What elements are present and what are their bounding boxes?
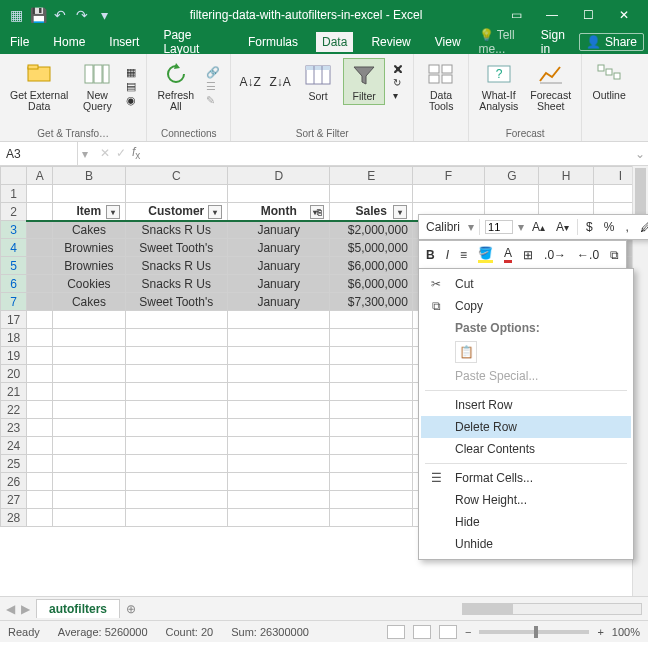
- cell-E23[interactable]: [330, 419, 412, 437]
- cell-B5[interactable]: Brownies: [53, 257, 125, 275]
- format-painter-icon[interactable]: 🖉: [637, 219, 648, 235]
- row-header-6[interactable]: 6: [1, 275, 27, 293]
- minimize-button[interactable]: —: [534, 0, 570, 30]
- ctx-clear-contents[interactable]: Clear Contents: [421, 438, 631, 460]
- cell-A3[interactable]: [27, 221, 53, 239]
- cell-D27[interactable]: [228, 491, 330, 509]
- cell-A26[interactable]: [27, 473, 53, 491]
- header-cell-D[interactable]: Month▾⎘: [228, 203, 330, 221]
- cell-A20[interactable]: [27, 365, 53, 383]
- cell-E18[interactable]: [330, 329, 412, 347]
- sort-asc-button[interactable]: A↓Z: [237, 71, 263, 93]
- maximize-button[interactable]: ☐: [570, 0, 606, 30]
- comma-format-icon[interactable]: ,: [622, 219, 631, 235]
- cell-B1[interactable]: [53, 185, 125, 203]
- sort-desc-button[interactable]: Z↓A: [267, 71, 293, 93]
- share-button[interactable]: 👤 Share: [579, 33, 644, 51]
- row-header-23[interactable]: 23: [1, 419, 27, 437]
- align-center-icon[interactable]: ≡: [457, 247, 470, 263]
- data-tools-button[interactable]: Data Tools: [420, 58, 462, 114]
- tab-home[interactable]: Home: [47, 32, 91, 52]
- cell-E27[interactable]: [330, 491, 412, 509]
- row-header-21[interactable]: 21: [1, 383, 27, 401]
- ctx-row-height[interactable]: Row Height...: [421, 489, 631, 511]
- cell-C28[interactable]: [125, 509, 227, 527]
- name-box-dropdown-icon[interactable]: ▾: [78, 147, 92, 161]
- cell-B4[interactable]: Brownies: [53, 239, 125, 257]
- cell-E19[interactable]: [330, 347, 412, 365]
- cell-E7[interactable]: $7,300,000: [330, 293, 412, 311]
- horizontal-scrollbar[interactable]: [462, 603, 642, 615]
- row-header-22[interactable]: 22: [1, 401, 27, 419]
- ctx-insert-row[interactable]: Insert Row: [421, 394, 631, 416]
- row-header-27[interactable]: 27: [1, 491, 27, 509]
- row-header-25[interactable]: 25: [1, 455, 27, 473]
- cell-D24[interactable]: [228, 437, 330, 455]
- cell-H1[interactable]: [539, 185, 593, 203]
- cell-C1[interactable]: [125, 185, 227, 203]
- increase-decimal-icon[interactable]: ←.0: [574, 247, 602, 263]
- ctx-format-cells[interactable]: ☰Format Cells...: [421, 467, 631, 489]
- cell-C18[interactable]: [125, 329, 227, 347]
- row-header-26[interactable]: 26: [1, 473, 27, 491]
- new-query-button[interactable]: New Query: [76, 58, 118, 114]
- cell-A25[interactable]: [27, 455, 53, 473]
- cell-A18[interactable]: [27, 329, 53, 347]
- cell-D3[interactable]: January: [228, 221, 330, 239]
- cell-A24[interactable]: [27, 437, 53, 455]
- cell-B23[interactable]: [53, 419, 125, 437]
- decrease-font-icon[interactable]: A▾: [553, 219, 572, 235]
- cell-A19[interactable]: [27, 347, 53, 365]
- row-header-5[interactable]: 5: [1, 257, 27, 275]
- undo-icon[interactable]: ↶: [50, 5, 70, 25]
- cell-A28[interactable]: [27, 509, 53, 527]
- bold-icon[interactable]: B: [423, 247, 438, 263]
- cell-C24[interactable]: [125, 437, 227, 455]
- cell-D25[interactable]: [228, 455, 330, 473]
- header-cell-C[interactable]: Customer▾: [125, 203, 227, 221]
- row-header-19[interactable]: 19: [1, 347, 27, 365]
- tell-me[interactable]: 💡 Tell me...: [479, 28, 533, 56]
- cell-E5[interactable]: $6,000,000: [330, 257, 412, 275]
- cell-C26[interactable]: [125, 473, 227, 491]
- cell-D21[interactable]: [228, 383, 330, 401]
- clear-filter-button[interactable]: 🗙: [389, 63, 407, 75]
- row-header-17[interactable]: 17: [1, 311, 27, 329]
- cell-C4[interactable]: Sweet Tooth's: [125, 239, 227, 257]
- view-normal-icon[interactable]: [387, 625, 405, 639]
- cell-A1[interactable]: [27, 185, 53, 203]
- font-name[interactable]: Calibri: [423, 219, 463, 235]
- cell-D22[interactable]: [228, 401, 330, 419]
- row-header-4[interactable]: 4: [1, 239, 27, 257]
- tab-insert[interactable]: Insert: [103, 32, 145, 52]
- cell-D19[interactable]: [228, 347, 330, 365]
- sheet-tab-autofilters[interactable]: autofilters: [36, 599, 120, 618]
- cell-C5[interactable]: Snacks R Us: [125, 257, 227, 275]
- tab-data[interactable]: Data: [316, 32, 353, 52]
- cell-D17[interactable]: [228, 311, 330, 329]
- ribbon-options-icon[interactable]: ▭: [498, 0, 534, 30]
- cell-B17[interactable]: [53, 311, 125, 329]
- cell-C21[interactable]: [125, 383, 227, 401]
- forecast-sheet-button[interactable]: Forecast Sheet: [526, 58, 575, 114]
- zoom-slider[interactable]: [479, 630, 589, 634]
- cell-C7[interactable]: Sweet Tooth's: [125, 293, 227, 311]
- col-header-D[interactable]: D: [228, 167, 330, 185]
- filter-dropdown-C[interactable]: ▾: [208, 205, 222, 219]
- cell-A17[interactable]: [27, 311, 53, 329]
- cell-A27[interactable]: [27, 491, 53, 509]
- new-sheet-icon[interactable]: ⊕: [126, 602, 136, 616]
- zoom-in-icon[interactable]: +: [597, 626, 603, 638]
- row-header-7[interactable]: 7: [1, 293, 27, 311]
- cell-D1[interactable]: [228, 185, 330, 203]
- tab-view[interactable]: View: [429, 32, 467, 52]
- cell-A6[interactable]: [27, 275, 53, 293]
- col-header-E[interactable]: E: [330, 167, 412, 185]
- cell-G1[interactable]: [485, 185, 539, 203]
- zoom-level[interactable]: 100%: [612, 626, 640, 638]
- cell-C17[interactable]: [125, 311, 227, 329]
- qat-customize-icon[interactable]: ▾: [94, 5, 114, 25]
- cell-D5[interactable]: January: [228, 257, 330, 275]
- accounting-format-icon[interactable]: $: [583, 219, 596, 235]
- italic-icon[interactable]: I: [443, 247, 452, 263]
